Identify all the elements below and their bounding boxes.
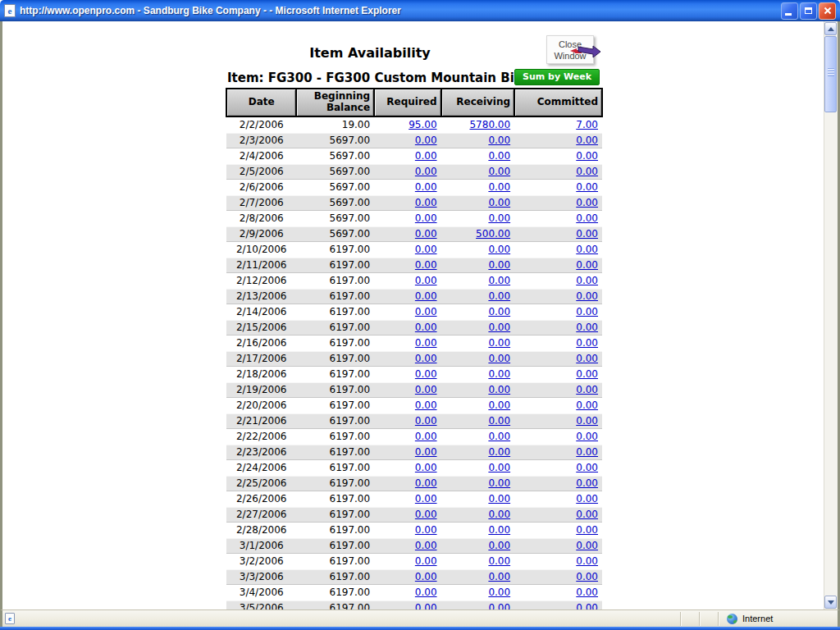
- committed-link[interactable]: 0.00: [576, 540, 598, 551]
- receiving-link[interactable]: 0.00: [488, 602, 510, 609]
- committed-link[interactable]: 0.00: [576, 555, 598, 567]
- committed-link[interactable]: 0.00: [576, 290, 598, 302]
- receiving-link[interactable]: 0.00: [488, 212, 510, 224]
- required-link[interactable]: 0.00: [415, 571, 437, 582]
- committed-link[interactable]: 0.00: [576, 135, 598, 146]
- required-link[interactable]: 0.00: [415, 228, 437, 240]
- receiving-link[interactable]: 0.00: [488, 399, 510, 411]
- committed-link[interactable]: 0.00: [576, 509, 598, 520]
- committed-link[interactable]: 0.00: [576, 431, 598, 442]
- receiving-link[interactable]: 0.00: [488, 181, 510, 193]
- required-link[interactable]: 0.00: [415, 399, 437, 411]
- required-link[interactable]: 0.00: [415, 415, 437, 427]
- receiving-link[interactable]: 0.00: [488, 462, 510, 473]
- committed-link[interactable]: 0.00: [576, 197, 598, 208]
- required-link[interactable]: 95.00: [409, 119, 436, 130]
- required-link[interactable]: 0.00: [415, 259, 437, 271]
- receiving-link[interactable]: 0.00: [488, 571, 510, 582]
- committed-link[interactable]: 0.00: [576, 306, 598, 317]
- committed-link[interactable]: 0.00: [576, 181, 598, 193]
- committed-link[interactable]: 0.00: [576, 150, 598, 162]
- receiving-link[interactable]: 0.00: [488, 477, 510, 489]
- required-link[interactable]: 0.00: [415, 212, 437, 224]
- required-link[interactable]: 0.00: [415, 275, 437, 286]
- committed-link[interactable]: 0.00: [576, 368, 598, 380]
- receiving-link[interactable]: 0.00: [488, 368, 510, 380]
- receiving-link[interactable]: 0.00: [488, 166, 510, 177]
- receiving-link[interactable]: 0.00: [488, 290, 510, 302]
- committed-link[interactable]: 0.00: [576, 477, 598, 489]
- receiving-link[interactable]: 0.00: [488, 150, 510, 162]
- committed-link[interactable]: 0.00: [576, 602, 598, 609]
- committed-link[interactable]: 7.00: [576, 119, 598, 130]
- committed-link[interactable]: 0.00: [576, 353, 598, 364]
- sum-by-week-button[interactable]: Sum by Week: [514, 69, 600, 85]
- receiving-link[interactable]: 0.00: [488, 587, 510, 598]
- required-link[interactable]: 0.00: [415, 166, 437, 177]
- committed-link[interactable]: 0.00: [576, 493, 598, 504]
- vertical-scrollbar[interactable]: [824, 21, 838, 609]
- required-link[interactable]: 0.00: [415, 493, 437, 504]
- receiving-link[interactable]: 5780.00: [469, 119, 510, 130]
- receiving-link[interactable]: 0.00: [488, 540, 510, 551]
- committed-link[interactable]: 0.00: [576, 446, 598, 458]
- committed-link[interactable]: 0.00: [576, 244, 598, 255]
- committed-link[interactable]: 0.00: [576, 259, 598, 271]
- required-link[interactable]: 0.00: [415, 353, 437, 364]
- minimize-button[interactable]: [781, 2, 798, 20]
- required-link[interactable]: 0.00: [415, 244, 437, 255]
- committed-link[interactable]: 0.00: [576, 524, 598, 536]
- committed-link[interactable]: 0.00: [576, 462, 598, 473]
- required-link[interactable]: 0.00: [415, 540, 437, 551]
- required-link[interactable]: 0.00: [415, 384, 437, 395]
- receiving-link[interactable]: 0.00: [488, 135, 510, 146]
- required-link[interactable]: 0.00: [415, 602, 437, 609]
- scroll-up-button[interactable]: [824, 22, 837, 35]
- receiving-link[interactable]: 0.00: [488, 493, 510, 504]
- committed-link[interactable]: 0.00: [576, 571, 598, 582]
- required-link[interactable]: 0.00: [415, 337, 437, 349]
- required-link[interactable]: 0.00: [415, 197, 437, 208]
- required-link[interactable]: 0.00: [415, 290, 437, 302]
- committed-link[interactable]: 0.00: [576, 384, 598, 395]
- receiving-link[interactable]: 0.00: [488, 353, 510, 364]
- scroll-down-button[interactable]: [824, 596, 837, 609]
- receiving-link[interactable]: 0.00: [488, 322, 510, 333]
- receiving-link[interactable]: 500.00: [476, 228, 510, 240]
- committed-link[interactable]: 0.00: [576, 322, 598, 333]
- committed-link[interactable]: 0.00: [576, 587, 598, 598]
- required-link[interactable]: 0.00: [415, 135, 437, 146]
- required-link[interactable]: 0.00: [415, 181, 437, 193]
- required-link[interactable]: 0.00: [415, 587, 437, 598]
- close-button[interactable]: [819, 2, 836, 20]
- receiving-link[interactable]: 0.00: [488, 384, 510, 395]
- required-link[interactable]: 0.00: [415, 431, 437, 442]
- required-link[interactable]: 0.00: [415, 446, 437, 458]
- receiving-link[interactable]: 0.00: [488, 509, 510, 520]
- required-link[interactable]: 0.00: [415, 368, 437, 380]
- restore-button[interactable]: [800, 2, 817, 20]
- receiving-link[interactable]: 0.00: [488, 446, 510, 458]
- scrollbar-thumb[interactable]: [824, 36, 837, 112]
- committed-link[interactable]: 0.00: [576, 337, 598, 349]
- receiving-link[interactable]: 0.00: [488, 555, 510, 567]
- receiving-link[interactable]: 0.00: [488, 244, 510, 255]
- receiving-link[interactable]: 0.00: [488, 431, 510, 442]
- required-link[interactable]: 0.00: [415, 524, 437, 536]
- receiving-link[interactable]: 0.00: [488, 259, 510, 271]
- required-link[interactable]: 0.00: [415, 322, 437, 333]
- receiving-link[interactable]: 0.00: [488, 306, 510, 317]
- receiving-link[interactable]: 0.00: [488, 337, 510, 349]
- required-link[interactable]: 0.00: [415, 555, 437, 567]
- committed-link[interactable]: 0.00: [576, 275, 598, 286]
- committed-link[interactable]: 0.00: [576, 166, 598, 177]
- required-link[interactable]: 0.00: [415, 462, 437, 473]
- committed-link[interactable]: 0.00: [576, 399, 598, 411]
- receiving-link[interactable]: 0.00: [488, 275, 510, 286]
- committed-link[interactable]: 0.00: [576, 212, 598, 224]
- required-link[interactable]: 0.00: [415, 477, 437, 489]
- receiving-link[interactable]: 0.00: [488, 415, 510, 427]
- committed-link[interactable]: 0.00: [576, 415, 598, 427]
- required-link[interactable]: 0.00: [415, 509, 437, 520]
- committed-link[interactable]: 0.00: [576, 228, 598, 240]
